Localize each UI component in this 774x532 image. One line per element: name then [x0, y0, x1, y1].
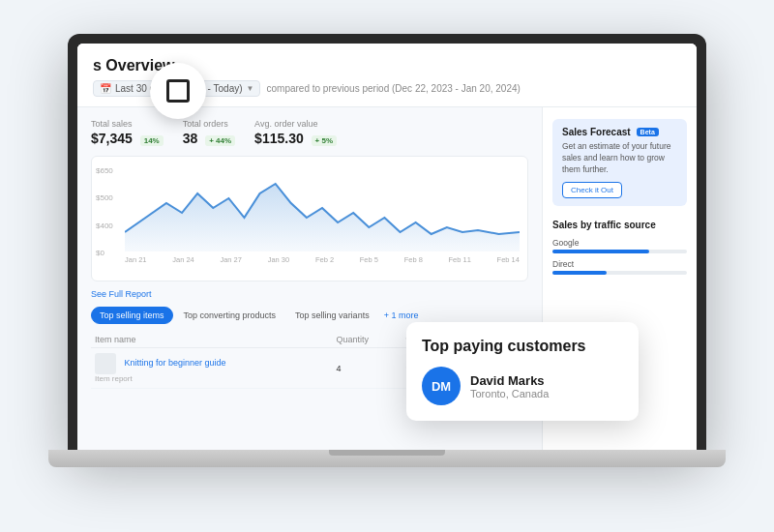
logo-icon: [166, 79, 190, 103]
forecast-title: Sales Forecast: [562, 127, 631, 137]
total-orders-label: Total orders: [183, 119, 235, 129]
tab-top-variants[interactable]: Top selling variants: [286, 307, 378, 324]
forecast-header: Sales Forecast Beta: [562, 127, 677, 137]
traffic-item-direct: Direct: [552, 259, 687, 275]
traffic-bar-fill-direct: [552, 271, 607, 275]
traffic-bar-fill-google: [552, 250, 649, 253]
beta-badge: Beta: [637, 128, 659, 136]
sales-chart: $650 $500 $400 $0: [91, 156, 528, 281]
total-sales-label: Total sales: [91, 119, 164, 129]
chart-svg: [125, 164, 520, 251]
customer-avatar: DM: [422, 367, 461, 405]
tab-more[interactable]: + 1 more: [384, 310, 419, 320]
top-customers-title: Top paying customers: [422, 338, 623, 355]
calendar-icon: 📅: [100, 83, 111, 94]
laptop-notch: [329, 450, 445, 456]
traffic-bar-bg-google: [552, 250, 687, 253]
traffic-item-google: Google: [552, 238, 687, 253]
table-cell-name: Knitting for beginner guide Item report: [91, 348, 332, 389]
avg-order-badge: + 5%: [312, 135, 337, 146]
customer-row: DM David Marks Toronto, Canada: [422, 367, 623, 405]
col-item-name: Item name: [91, 332, 332, 348]
customer-name: David Marks: [470, 373, 549, 388]
top-customers-card: Top paying customers DM David Marks Toro…: [406, 322, 639, 421]
stat-total-orders: Total orders 38 + 44%: [183, 119, 235, 146]
traffic-label-direct: Direct: [552, 259, 574, 269]
col-quantity: Quantity: [332, 332, 402, 348]
avg-order-value: $115.30 + 5%: [254, 131, 337, 146]
see-full-report-link[interactable]: See Full Report: [91, 289, 528, 299]
laptop-base: [48, 450, 726, 467]
item-sub-link[interactable]: Item report: [95, 374, 328, 383]
forecast-cta-button[interactable]: Check it Out: [562, 182, 622, 198]
item-name-link[interactable]: Knitting for beginner guide: [125, 358, 226, 368]
tab-top-converting[interactable]: Top converting products: [175, 307, 285, 324]
chart-x-labels: Jan 21 Jan 24 Jan 27 Jan 30 Feb 2 Feb 5 …: [125, 255, 520, 264]
tab-top-selling-items[interactable]: Top selling items: [91, 307, 173, 324]
compared-label: compared to previous period (Dec 22, 202…: [266, 83, 520, 94]
logo-circle: [150, 63, 206, 119]
total-orders-badge: + 44%: [205, 135, 235, 146]
total-orders-value: 38 + 44%: [183, 131, 235, 146]
traffic-label-google: Google: [552, 238, 579, 248]
customer-info: David Marks Toronto, Canada: [470, 373, 549, 399]
traffic-bar-bg-direct: [552, 271, 687, 275]
total-sales-value: $7,345 14%: [91, 131, 164, 146]
laptop-wrapper: s Overview 📅 Last 30 days (Jan 21 - Toda…: [58, 34, 716, 498]
avg-order-label: Avg. order value: [254, 119, 337, 129]
forecast-description: Get an estimate of your future sales and…: [562, 141, 677, 176]
traffic-title: Sales by traffic source: [552, 220, 687, 230]
customer-location: Toronto, Canada: [470, 388, 549, 399]
chart-y-labels: $650 $500 $400 $0: [96, 166, 113, 257]
table-cell-quantity: 4: [332, 348, 402, 389]
chevron-down-icon: ▼: [247, 84, 254, 93]
stat-total-sales: Total sales $7,345 14%: [91, 119, 164, 146]
item-thumbnail: [95, 353, 116, 374]
traffic-section: Sales by traffic source Google: [552, 220, 687, 281]
stats-row: Total sales $7,345 14% Total orders 38: [91, 119, 528, 146]
total-sales-badge: 14%: [140, 135, 164, 146]
forecast-card: Sales Forecast Beta Get an estimate of y…: [552, 119, 687, 206]
stat-avg-order: Avg. order value $115.30 + 5%: [254, 119, 337, 146]
